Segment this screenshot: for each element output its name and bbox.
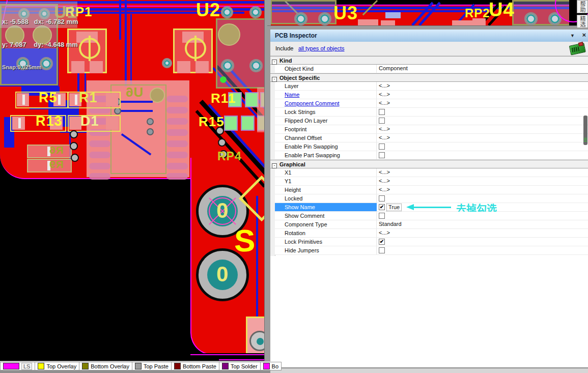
pcb-oval <box>166 140 188 147</box>
property-label: Enable Part Swapping <box>285 152 340 158</box>
property-value-cell[interactable]: <...> <box>377 91 588 99</box>
chevron-down-icon[interactable]: ▼ <box>570 33 575 38</box>
property-value-cell[interactable]: <...> <box>377 99 588 107</box>
property-value: Component <box>379 65 408 71</box>
pcb-label-U4: U4 <box>489 0 515 19</box>
collapse-section-icon[interactable]: - <box>272 163 277 168</box>
inspector-row-object-kind[interactable]: Object KindComponent <box>275 65 588 73</box>
checkbox[interactable] <box>379 109 385 115</box>
property-label-cell: Enable Part Swapping <box>275 151 377 159</box>
inspector-row-flipped-on-layer[interactable]: Flipped On Layer <box>275 117 588 125</box>
inspector-row-lock-primitives[interactable]: Lock Primitives✔ <box>275 238 588 246</box>
inspector-row-component-comment[interactable]: Component Comment<...> <box>275 99 588 108</box>
layer-tab-label: Bottom Paste <box>183 363 216 369</box>
checkbox[interactable]: ✔ <box>379 204 385 210</box>
inspector-row-hide-jumpers[interactable]: Hide Jumpers <box>275 246 588 255</box>
inspector-row-height[interactable]: Height<...> <box>275 186 588 194</box>
scrollbar-thumb[interactable] <box>583 116 587 145</box>
checkbox[interactable] <box>379 247 385 253</box>
property-label-cell: Locked <box>275 194 377 203</box>
checkbox[interactable]: ✔ <box>379 239 385 245</box>
property-label: Channel Offset <box>285 135 322 141</box>
inspector-row-lock-strings[interactable]: Lock Strings <box>275 108 588 117</box>
property-value-cell[interactable] <box>377 117 588 125</box>
property-value-cell[interactable] <box>377 151 588 159</box>
layer-tab-bo[interactable]: Bo <box>261 362 282 370</box>
property-value-cell[interactable]: ✔ <box>377 238 588 246</box>
inspector-row-layer[interactable]: Layer<...> <box>275 82 588 91</box>
layer-tab-ls[interactable]: LS <box>0 362 35 370</box>
property-value-cell[interactable] <box>377 246 588 254</box>
property-value-cell[interactable] <box>377 108 588 116</box>
pcb-label-D1: D1 <box>80 114 99 128</box>
inspector-row-footprint[interactable]: Footprint<...> <box>275 125 588 134</box>
property-value-cell[interactable]: <...> <box>377 168 588 177</box>
layer-tab-bottom-overlay[interactable]: Bottom Overlay <box>79 362 132 370</box>
pcb-via <box>221 59 234 72</box>
docked-tab[interactable]: 精选 <box>577 15 588 28</box>
layer-tab-bottom-paste[interactable]: Bottom Paste <box>172 362 219 370</box>
property-label-cell: Channel Offset <box>275 134 377 142</box>
pcb-label-R6: R6 <box>49 145 64 155</box>
pcb-oval <box>166 152 188 158</box>
app-window: U1RP1U2U3RP2U4R5R1R13D1R11R15RP4U6R6R900… <box>0 0 588 373</box>
inspector-row-graphical[interactable]: -Graphical <box>270 160 588 168</box>
checkbox[interactable] <box>379 152 385 158</box>
include-row: Include all types of objects <box>270 42 588 56</box>
property-value-cell[interactable]: <...> <box>377 229 588 237</box>
checkbox[interactable] <box>379 118 385 124</box>
property-value-cell[interactable]: Standard <box>377 220 588 228</box>
inspector-row-kind[interactable]: -Kind <box>270 56 588 65</box>
panel-titlebar[interactable]: PCB Inspector ▼ × <box>270 30 588 42</box>
inspector-row-channel-offset[interactable]: Channel Offset<...> <box>275 134 588 142</box>
pcb-pink <box>195 61 209 73</box>
layer-tab-top-paste[interactable]: Top Paste <box>132 362 172 370</box>
property-label-cell: Rotation <box>275 229 377 237</box>
checkbox[interactable] <box>379 195 385 202</box>
collapse-section-icon[interactable]: - <box>272 77 277 82</box>
layer-tab-top-solder[interactable]: Top Solder <box>219 362 261 370</box>
inspector-row-show-name[interactable]: Show Name✔True去掉勾选 <box>275 203 588 212</box>
property-value-cell[interactable]: <...> <box>377 134 588 142</box>
pcb-via <box>162 58 172 68</box>
inspector-row-rotation[interactable]: Rotation<...> <box>275 229 588 238</box>
close-icon[interactable]: × <box>582 31 586 39</box>
property-value: <...> <box>379 229 390 236</box>
property-value-cell[interactable]: <...> <box>377 125 588 133</box>
property-value-cell[interactable]: Component <box>377 65 588 73</box>
property-value: <...> <box>379 91 390 97</box>
property-label-cell: Footprint <box>275 125 377 133</box>
scrollbar-grip <box>584 139 587 140</box>
pcb-label-R1: R1 <box>79 91 98 105</box>
inspector-row-x1[interactable]: X1<...> <box>275 168 588 177</box>
checkbox-value-text: True <box>386 204 402 211</box>
inspector-row-object-specific[interactable]: -Object Specific <box>270 73 588 82</box>
inspector-row-enable-part-swapping[interactable]: Enable Part Swapping <box>275 151 588 160</box>
property-value-cell[interactable]: ✔True去掉勾选 <box>377 203 588 211</box>
inspector-row-show-comment[interactable]: Show Comment <box>275 212 588 220</box>
property-value-cell[interactable] <box>377 212 588 220</box>
include-scope-link[interactable]: all types of objects <box>298 45 345 51</box>
checkbox[interactable] <box>379 213 385 219</box>
property-value-cell[interactable]: <...> <box>377 186 588 194</box>
inspector-row-component-type[interactable]: Component TypeStandard <box>275 220 588 229</box>
layer-tab-top-overlay[interactable]: Top Overlay <box>35 362 79 370</box>
inspector-row-enable-pin-swapping[interactable]: Enable Pin Swapping <box>275 142 588 151</box>
property-label: Height <box>285 187 301 193</box>
property-label[interactable]: Component Comment <box>285 100 340 106</box>
property-label[interactable]: Name <box>285 92 299 98</box>
property-value-cell[interactable]: <...> <box>377 177 588 185</box>
inspector-row-y1[interactable]: Y1<...> <box>275 177 588 186</box>
pcb-pink <box>90 61 103 73</box>
property-value-cell[interactable]: <...> <box>377 82 588 90</box>
docked-tab[interactable]: 帮助 <box>577 0 588 13</box>
pcb-oval <box>166 107 188 113</box>
inspector-row-locked[interactable]: Locked <box>275 194 588 203</box>
checkbox[interactable] <box>379 144 385 150</box>
property-value-cell[interactable] <box>377 142 588 151</box>
property-label: Object Kind <box>285 66 314 72</box>
property-label: Flipped On Layer <box>285 118 327 124</box>
layer-tab-label: Top Paste <box>144 363 169 369</box>
collapse-section-icon[interactable]: - <box>272 60 277 65</box>
inspector-row-name[interactable]: Name<...> <box>275 91 588 99</box>
